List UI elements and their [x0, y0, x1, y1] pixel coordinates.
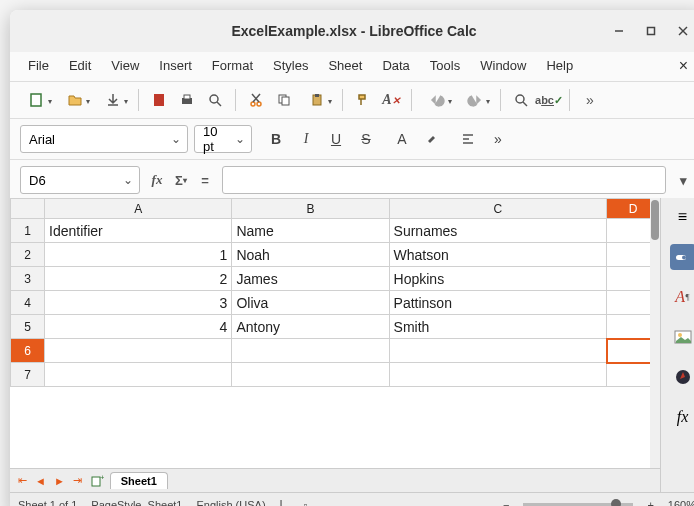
menu-window[interactable]: Window: [472, 54, 534, 77]
col-header-B[interactable]: B: [232, 199, 389, 219]
row-header[interactable]: 7: [11, 363, 45, 387]
cell[interactable]: James: [232, 267, 389, 291]
sidebar-styles-icon[interactable]: A¶: [670, 284, 695, 310]
cell[interactable]: Pattinson: [389, 291, 607, 315]
cell[interactable]: [45, 339, 232, 363]
cell[interactable]: Hopkins: [389, 267, 607, 291]
formula-expand-icon[interactable]: ▾: [672, 169, 694, 191]
spreadsheet-grid[interactable]: A B C D 1IdentifierNameSurnames21NoahWha…: [10, 198, 660, 492]
align-left-button[interactable]: [456, 127, 480, 151]
tab-last-icon[interactable]: ⇥: [71, 474, 84, 487]
sidebar-navigator-icon[interactable]: [670, 364, 695, 390]
cell[interactable]: Name: [232, 219, 389, 243]
cell[interactable]: [232, 363, 389, 387]
cell[interactable]: Noah: [232, 243, 389, 267]
menu-format[interactable]: Format: [204, 54, 261, 77]
cell[interactable]: [232, 339, 389, 363]
new-button[interactable]: [20, 88, 54, 112]
zoom-in-button[interactable]: +: [647, 499, 653, 507]
tab-next-icon[interactable]: ►: [52, 475, 67, 487]
formula-input[interactable]: [222, 166, 666, 194]
strikethrough-button[interactable]: S: [354, 127, 378, 151]
minimize-button[interactable]: [606, 18, 632, 44]
pdf-export-button[interactable]: [147, 88, 171, 112]
redo-button[interactable]: [458, 88, 492, 112]
col-header-C[interactable]: C: [389, 199, 607, 219]
menu-edit[interactable]: Edit: [61, 54, 99, 77]
paste-button[interactable]: [300, 88, 334, 112]
font-size-select[interactable]: 10 pt: [194, 125, 252, 153]
sum-button[interactable]: Σ▾: [170, 169, 192, 191]
bold-button[interactable]: B: [264, 127, 288, 151]
tab-first-icon[interactable]: ⇤: [16, 474, 29, 487]
find-button[interactable]: [509, 88, 533, 112]
select-all-corner[interactable]: [11, 199, 45, 219]
toolbar-chevron-icon[interactable]: »: [578, 88, 602, 112]
sidebar-functions-icon[interactable]: fx: [670, 404, 695, 430]
font-name-select[interactable]: Arial: [20, 125, 188, 153]
menu-view[interactable]: View: [103, 54, 147, 77]
sidebar-settings-icon[interactable]: ≡: [670, 204, 695, 230]
cell[interactable]: [389, 339, 607, 363]
zoom-level[interactable]: 160%: [668, 499, 694, 507]
menu-tools[interactable]: Tools: [422, 54, 468, 77]
save-button[interactable]: [96, 88, 130, 112]
sidebar-gallery-icon[interactable]: [670, 324, 695, 350]
italic-button[interactable]: I: [294, 127, 318, 151]
print-preview-button[interactable]: [203, 88, 227, 112]
cell[interactable]: Antony: [232, 315, 389, 339]
menu-help[interactable]: Help: [538, 54, 581, 77]
cell[interactable]: Oliva: [232, 291, 389, 315]
cell[interactable]: 2: [45, 267, 232, 291]
menu-data[interactable]: Data: [374, 54, 417, 77]
cell[interactable]: 4: [45, 315, 232, 339]
undo-button[interactable]: [420, 88, 454, 112]
formula-equals-button[interactable]: =: [194, 169, 216, 191]
cell[interactable]: Identifier: [45, 219, 232, 243]
highlight-color-button[interactable]: [420, 127, 444, 151]
row-header[interactable]: 2: [11, 243, 45, 267]
cell[interactable]: [389, 363, 607, 387]
sheet-tab[interactable]: Sheet1: [110, 472, 168, 489]
zoom-out-button[interactable]: −: [503, 499, 509, 507]
row-header[interactable]: 6: [11, 339, 45, 363]
underline-button[interactable]: U: [324, 127, 348, 151]
menu-styles[interactable]: Styles: [265, 54, 316, 77]
copy-button[interactable]: [272, 88, 296, 112]
cell[interactable]: 1: [45, 243, 232, 267]
row-header[interactable]: 5: [11, 315, 45, 339]
cut-button[interactable]: [244, 88, 268, 112]
spellcheck-button[interactable]: abc✓: [537, 88, 561, 112]
menu-insert[interactable]: Insert: [151, 54, 200, 77]
open-button[interactable]: [58, 88, 92, 112]
status-pagestyle[interactable]: PageStyle_Sheet1: [91, 499, 182, 507]
menu-file[interactable]: File: [20, 54, 57, 77]
cell[interactable]: 3: [45, 291, 232, 315]
menu-sheet[interactable]: Sheet: [320, 54, 370, 77]
row-header[interactable]: 3: [11, 267, 45, 291]
row-header[interactable]: 4: [11, 291, 45, 315]
tab-prev-icon[interactable]: ◄: [33, 475, 48, 487]
clone-formatting-button[interactable]: [351, 88, 375, 112]
row-header[interactable]: 1: [11, 219, 45, 243]
cell[interactable]: [45, 363, 232, 387]
formatting-chevron-icon[interactable]: »: [486, 127, 510, 151]
cell[interactable]: Whatson: [389, 243, 607, 267]
sidebar-properties-icon[interactable]: [670, 244, 695, 270]
cell-reference-input[interactable]: D6: [20, 166, 140, 194]
menubar-close-icon[interactable]: ×: [673, 55, 694, 77]
font-color-button[interactable]: A: [390, 127, 414, 151]
status-selection-mode-icon[interactable]: ▫: [304, 499, 308, 507]
status-language[interactable]: English (USA): [196, 499, 265, 507]
status-insert-mode-icon[interactable]: I‥: [280, 498, 290, 506]
close-button[interactable]: [670, 18, 694, 44]
maximize-button[interactable]: [638, 18, 664, 44]
print-button[interactable]: [175, 88, 199, 112]
cell[interactable]: Smith: [389, 315, 607, 339]
clear-formatting-button[interactable]: A✕: [379, 88, 403, 112]
vertical-scrollbar[interactable]: [650, 198, 660, 468]
cell[interactable]: Surnames: [389, 219, 607, 243]
col-header-A[interactable]: A: [45, 199, 232, 219]
add-sheet-button[interactable]: +: [88, 474, 106, 488]
function-wizard-button[interactable]: fx: [146, 169, 168, 191]
